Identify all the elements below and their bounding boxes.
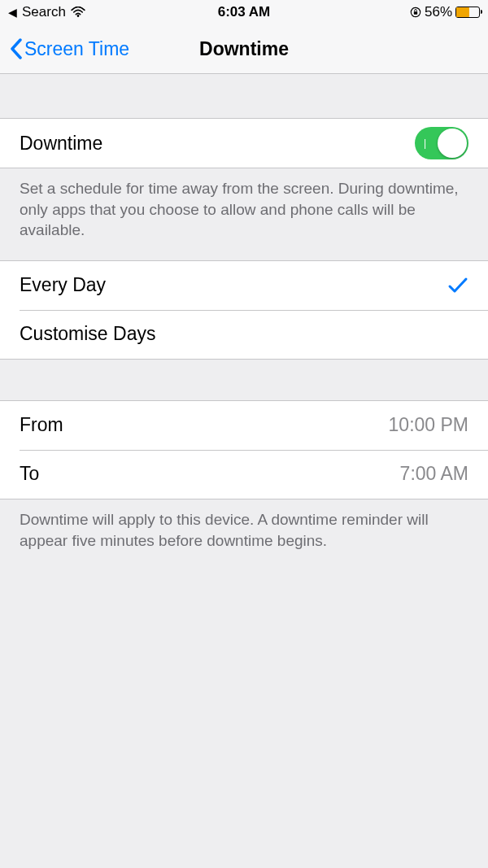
back-to-app-caret-icon[interactable]: ◀ [8, 6, 17, 19]
battery-percent: 56% [425, 4, 452, 20]
back-button[interactable]: Screen Time [10, 38, 129, 60]
status-bar: ◀ Search 6:03 AM 56% [0, 0, 488, 24]
time-range-description: Downtime will apply to this device. A do… [0, 499, 488, 560]
every-day-option[interactable]: Every Day [0, 261, 488, 310]
chevron-left-icon [10, 38, 23, 59]
customise-days-label: Customise Days [20, 323, 155, 345]
battery-icon [455, 7, 480, 18]
downtime-toggle-cell: Downtime | [0, 119, 488, 168]
downtime-toggle-label: Downtime [20, 133, 102, 155]
from-label: From [20, 414, 63, 436]
to-value: 7:00 AM [400, 463, 468, 485]
status-bar-time: 6:03 AM [218, 4, 271, 20]
downtime-toggle-group: Downtime | [0, 118, 488, 168]
svg-rect-2 [414, 11, 417, 15]
status-bar-right: 56% [410, 4, 480, 20]
to-time-cell[interactable]: To 7:00 AM [0, 450, 488, 499]
back-to-app-label[interactable]: Search [22, 4, 66, 20]
status-bar-left: ◀ Search [8, 4, 85, 20]
schedule-mode-group: Every Day Customise Days [0, 260, 488, 360]
from-time-cell[interactable]: From 10:00 PM [0, 401, 488, 450]
toggle-on-indicator-icon: | [424, 137, 426, 149]
orientation-lock-icon [410, 7, 421, 18]
to-label: To [20, 463, 39, 485]
page-title: Downtime [199, 38, 289, 60]
svg-point-0 [77, 15, 80, 17]
checkmark-icon [447, 275, 468, 296]
back-button-label: Screen Time [24, 38, 129, 60]
time-range-group: From 10:00 PM To 7:00 AM [0, 400, 488, 499]
nav-bar: Screen Time Downtime [0, 24, 488, 74]
downtime-toggle[interactable]: | [415, 127, 468, 159]
every-day-label: Every Day [20, 274, 106, 296]
customise-days-option[interactable]: Customise Days [0, 310, 488, 359]
downtime-description: Set a schedule for time away from the sc… [0, 168, 488, 251]
wifi-icon [71, 7, 85, 18]
from-value: 10:00 PM [389, 414, 468, 436]
